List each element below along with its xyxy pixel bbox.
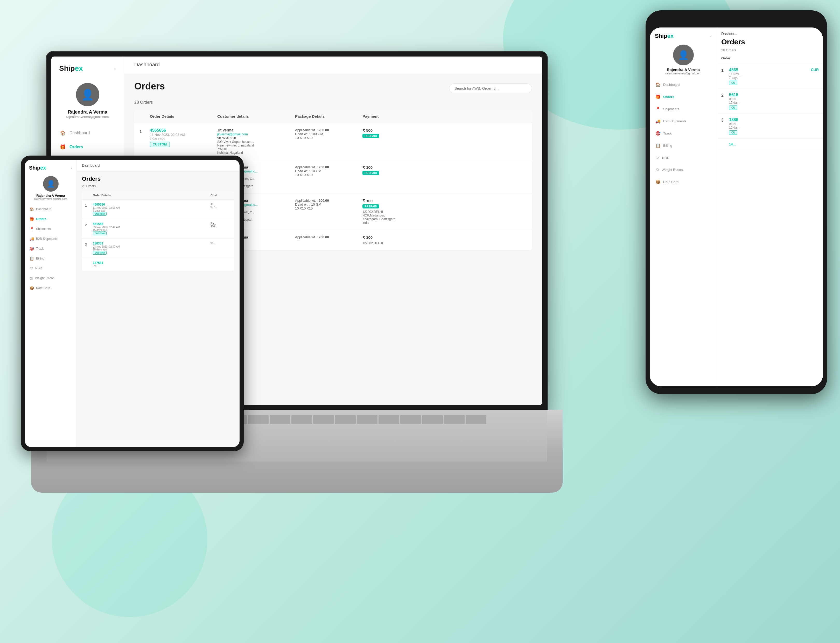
payment-3: ₹ 100 PREPAID 122002,DELHINCR,Madanpur,K…: [362, 199, 404, 225]
t-order-id-4[interactable]: 147581: [93, 261, 210, 265]
phone-rate-card-label: Rate Card: [663, 180, 679, 184]
laptop-sidebar-logo: Shipex ‹: [51, 64, 124, 78]
table-row: 1 4565656 11 Nov 2023, 02:03 AM 7 days a…: [134, 123, 532, 160]
phone-device: Shipex ‹ 👤 Rajendra A Verma rajendraaver…: [646, 10, 827, 394]
t-order-id-2[interactable]: 561566: [93, 222, 210, 226]
phone-sidebar: Shipex ‹ 👤 Rajendra A Verma rajendraaver…: [650, 28, 717, 386]
tablet-nav-dashboard[interactable]: 🏠 Dashboard: [27, 204, 74, 214]
table-row: 2 561566 03 Nov 2023, 02:42 AM 15 days a…: [82, 219, 234, 238]
tablet-shipments-label: Shipments: [36, 227, 51, 231]
sidebar-item-dashboard[interactable]: 🏠 Dashboard: [55, 127, 119, 139]
table-row: 1 4565656 11 Nov 2023, 02:03 AM 7 days a…: [82, 200, 234, 219]
tablet-nav-b2b[interactable]: 🚚 B2B Shipments: [27, 234, 74, 243]
phone-orders-title: Orders: [721, 38, 819, 46]
phone-order-badge-3: CU: [729, 131, 737, 135]
sidebar-item-orders[interactable]: 🎁 Orders: [55, 140, 119, 153]
payment-type-2: PREPAID: [362, 171, 379, 175]
phone-screen-content: Shipex ‹ 👤 Rajendra A Verma rajendraaver…: [650, 28, 823, 386]
phone-row-num-partial: [721, 142, 726, 143]
phone-chevron[interactable]: ‹: [710, 34, 712, 38]
phone-nav-rate-card[interactable]: 📦 Rate Card: [653, 176, 714, 188]
tablet-nav-ndr[interactable]: 🛡 NDR: [27, 264, 74, 273]
key[interactable]: [422, 415, 443, 424]
t-order-id-1[interactable]: 4565656: [93, 203, 210, 206]
tablet-b2b-label: B2B Shipments: [36, 237, 57, 241]
phone-nav-dashboard[interactable]: 🏠 Dashboard: [653, 79, 714, 90]
payment-amount-2: ₹ 100: [362, 165, 404, 170]
payment-amount-4: ₹ 100: [362, 235, 404, 240]
phone-b2b-label: B2B Shipments: [663, 119, 687, 123]
phone-order-id-2[interactable]: 5615: [729, 93, 816, 97]
phone-order-right-1: CUR: [811, 68, 819, 72]
phone-order-id-3[interactable]: 1886: [729, 118, 816, 122]
t-customer-phone-1: 987...: [210, 206, 231, 209]
payment-2: ₹ 100 PREPAID: [362, 165, 404, 175]
package-details-3: Applicable wt. : 200.00 Dead wt. : 10 GM…: [295, 199, 362, 210]
tablet-profile-name: Rajendra A Verma: [25, 194, 77, 197]
key[interactable]: [291, 415, 312, 424]
t-col-order-details: Order Details: [93, 194, 210, 197]
payment-amount-1: ₹ 500: [362, 128, 404, 133]
tablet-rate-card-label: Rate Card: [36, 286, 50, 290]
tablet-orders-count: 28 Orders: [82, 184, 234, 188]
key[interactable]: [357, 415, 377, 424]
col-package-details: Package Details: [295, 114, 362, 119]
col-order-details: Order Details: [150, 114, 217, 119]
phone-nav: 🏠 Dashboard 🎁 Orders 📍 Shipments 🚚 B2B S…: [650, 79, 717, 188]
phone-weight-recon-label: Weight Recon.: [662, 168, 683, 171]
phone-nav-billing[interactable]: 📋 Billing: [653, 140, 714, 151]
t-customer-name-1: Jit: [210, 203, 231, 206]
tablet-sidebar: Shipex ‹ 👤 Rajendra A Verma rajendraaver…: [25, 160, 77, 447]
order-id-1[interactable]: 4565656: [150, 128, 217, 133]
customer-address-1: S/O Vivek Gupta, house ...Near new metro…: [217, 140, 295, 155]
t-order-date-1: 11 Nov 2023, 02:03 AM: [93, 206, 210, 209]
t-order-ago-1: 7 days ago: [93, 209, 210, 212]
logo-highlight: ex: [75, 64, 83, 72]
t-order-badge-1: CUSTOM: [93, 212, 106, 216]
key[interactable]: [400, 415, 421, 424]
phone-order-id-1[interactable]: 4565: [729, 68, 808, 72]
tablet-nav-weight-recon[interactable]: ⚖ Weight Recon.: [27, 274, 74, 283]
customer-phone-1: 9876543210: [217, 136, 295, 140]
laptop-main-header: Dashboard: [124, 57, 542, 73]
col-customer-details: Customer details: [217, 114, 295, 119]
payment-type-3: PREPAID: [362, 204, 379, 209]
tablet-chevron[interactable]: ‹: [71, 166, 72, 170]
phone-nav-shipments[interactable]: 📍 Shipments: [653, 103, 714, 114]
tablet-logo: Shipex ‹: [25, 165, 77, 173]
phone-order-row-1: 1 4565 11 Nov... 7 days CU CUR: [717, 64, 823, 89]
key[interactable]: [378, 415, 399, 424]
tablet-nav-rate-card[interactable]: 📦 Rate Card: [27, 283, 74, 293]
tablet-profile: 👤 Rajendra A Verma rajendraaverma@gmail.…: [25, 173, 77, 204]
tablet-track-label: Track: [36, 247, 44, 250]
tablet-track-icon: 🎯: [29, 246, 34, 251]
phone-nav-orders[interactable]: 🎁 Orders: [653, 91, 714, 103]
tablet-nav-orders[interactable]: 🎁 Orders: [27, 214, 74, 224]
laptop-profile-email: rajendraaverma@gmail.com: [51, 115, 124, 119]
key[interactable]: [313, 415, 334, 424]
phone-notch: [708, 16, 765, 25]
payment-4: ₹ 100 122002,DELHI: [362, 235, 404, 245]
laptop-orders-count: 28 Orders: [134, 100, 532, 105]
phone-order-id-partial[interactable]: 14...: [729, 142, 819, 146]
phone-nav-track[interactable]: 🎯 Track: [653, 128, 714, 139]
tablet-nav-billing[interactable]: 📋 Billing: [27, 254, 74, 263]
key[interactable]: [270, 415, 290, 424]
package-details-4: Applicable wt. : 200.00: [295, 235, 362, 239]
tablet-nav-track[interactable]: 🎯 Track: [27, 244, 74, 253]
phone-nav-weight-recon[interactable]: ⚖ Weight Recon.: [653, 164, 714, 175]
key[interactable]: [444, 415, 465, 424]
phone-nav-ndr[interactable]: 🛡 NDR: [653, 152, 714, 163]
sidebar-collapse-button[interactable]: ‹: [114, 65, 116, 72]
t-col-num: [85, 194, 93, 197]
tablet-nav-shipments[interactable]: 📍 Shipments: [27, 224, 74, 233]
phone-nav-b2b[interactable]: 🚚 B2B Shipments: [653, 116, 714, 127]
t-order-id-3[interactable]: 186353: [93, 242, 210, 245]
pkg-dims-3: 10 X10 X10: [295, 206, 362, 210]
key[interactable]: [248, 415, 269, 424]
key[interactable]: [335, 415, 356, 424]
table-row: 147581 Ra...: [82, 258, 234, 271]
key[interactable]: [466, 415, 486, 424]
t-order-badge-2: CUSTOM: [93, 232, 106, 235]
laptop-search-input[interactable]: [449, 83, 532, 93]
